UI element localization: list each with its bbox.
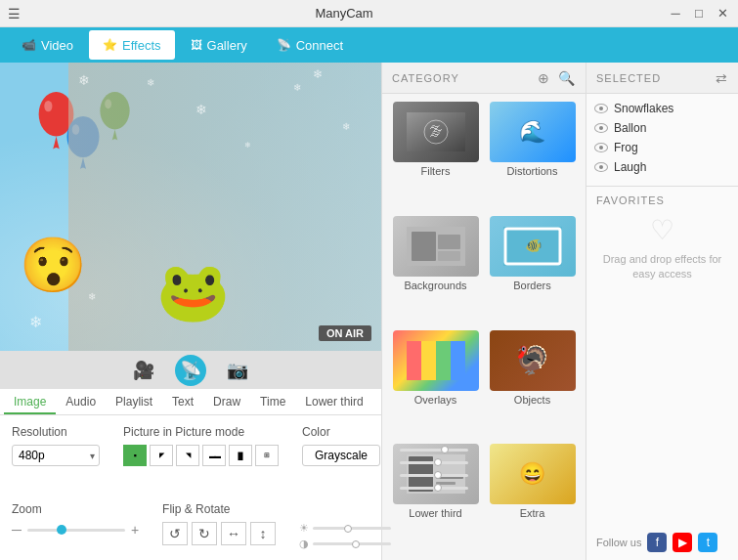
- tab-image[interactable]: Image: [4, 391, 56, 414]
- pip-grid[interactable]: ⊞: [255, 445, 279, 466]
- flip-horizontal[interactable]: ↔: [221, 522, 246, 545]
- zoom-plus-icon[interactable]: +: [131, 522, 139, 538]
- pip-buttons: ▪ ◤ ◥ ▬▬ ▐▌ ⊞: [123, 445, 279, 466]
- maximize-button[interactable]: □: [691, 6, 707, 22]
- selected-settings-icon[interactable]: ⇄: [716, 70, 728, 86]
- close-button[interactable]: ✕: [715, 6, 730, 22]
- contrast-slider-row: ◑: [299, 538, 391, 550]
- slider-red[interactable]: [400, 461, 468, 464]
- flip-left[interactable]: ↺: [162, 522, 188, 545]
- category-item-backgrounds[interactable]: Backgrounds: [390, 216, 481, 324]
- tab-video[interactable]: 📹 Video: [8, 30, 87, 60]
- category-item-filters[interactable]: 🌫 Filters: [390, 102, 481, 210]
- minimize-button[interactable]: ─: [668, 6, 683, 22]
- selected-item-snowflakes: Snowflakes: [594, 100, 730, 117]
- flip-label: Flip & Rotate: [162, 502, 276, 516]
- svg-point-1: [44, 101, 52, 111]
- category-item-extra[interactable]: 😄 Extra: [487, 444, 578, 552]
- menu-icon[interactable]: ☰: [8, 6, 21, 22]
- extra-icon: 😄: [519, 461, 545, 487]
- favorites-heart-icon: ♡: [650, 214, 674, 246]
- selected-frog-label: Frog: [614, 141, 638, 154]
- selected-item-laugh: Laugh: [594, 158, 730, 176]
- pip-split-h[interactable]: ▬▬: [202, 445, 226, 466]
- selected-item-frog: Frog: [594, 139, 730, 156]
- favorites-header-label: FAVORITES: [596, 194, 665, 206]
- app-title: ManyCam: [21, 6, 668, 21]
- tab-connect[interactable]: 📡 Connect: [263, 30, 357, 60]
- search-category-icon[interactable]: 🔍: [558, 70, 576, 86]
- contrast-icon: ◑: [299, 538, 309, 550]
- category-item-objects[interactable]: 🦃 Objects: [487, 330, 578, 439]
- broadcast-button[interactable]: 📡: [175, 355, 206, 386]
- eye-dot: [599, 126, 603, 130]
- brightness-controls: ☀ ◑: [299, 522, 391, 550]
- eye-dot: [599, 107, 603, 110]
- tab-playlist[interactable]: Playlist: [106, 391, 162, 414]
- category-item-overlays[interactable]: Overlays: [390, 330, 481, 439]
- selected-header: SELECTED ⇄: [586, 63, 738, 94]
- category-item-distortions[interactable]: 🌊 Distortions: [487, 102, 578, 210]
- overlays-label: Overlays: [414, 394, 456, 406]
- slider-multicolor[interactable]: [400, 449, 468, 452]
- brightness-slider-row: ☀: [299, 522, 391, 535]
- brightness-group: ☀ ◑: [299, 502, 391, 550]
- video-icon: 📹: [22, 38, 36, 52]
- resolution-select[interactable]: 480p 240p 720p 1080p: [12, 445, 100, 466]
- backgrounds-thumbnail-svg: [407, 227, 465, 266]
- filters-thumbnail-svg: 🌫: [407, 112, 465, 151]
- tab-text[interactable]: Text: [162, 391, 203, 414]
- tab-gallery[interactable]: 🖼 Gallery: [177, 30, 261, 60]
- facebook-icon[interactable]: f: [647, 533, 667, 552]
- resolution-label: Resolution: [12, 425, 100, 439]
- pip-topleft[interactable]: ◤: [150, 445, 173, 466]
- tab-draw[interactable]: Draw: [203, 391, 250, 414]
- tab-effects[interactable]: ⭐ Effects: [89, 30, 175, 60]
- svg-rect-12: [438, 251, 460, 261]
- snapshot-button[interactable]: 📷: [222, 355, 253, 386]
- tab-time[interactable]: Time: [250, 391, 295, 414]
- svg-rect-10: [412, 232, 436, 261]
- svg-rect-17: [421, 341, 436, 380]
- settings-panel: Resolution 480p 240p 720p 1080p Picture …: [0, 415, 381, 560]
- brightness-slider[interactable]: [313, 527, 391, 530]
- flip-right[interactable]: ↻: [192, 522, 217, 545]
- category-item-borders[interactable]: 🐠 Borders: [487, 216, 578, 324]
- zoom-slider[interactable]: [27, 529, 125, 532]
- record-button[interactable]: 🎥: [128, 355, 159, 386]
- grayscale-button[interactable]: Grayscale: [302, 445, 380, 466]
- zoom-minus-icon[interactable]: ─: [12, 522, 22, 538]
- pip-topright[interactable]: ◥: [176, 445, 199, 466]
- slider-green[interactable]: [400, 474, 468, 477]
- tab-gallery-label: Gallery: [207, 38, 247, 53]
- tab-video-label: Video: [41, 38, 73, 53]
- tab-lowerthird[interactable]: Lower third: [295, 391, 372, 414]
- gallery-icon: 🖼: [191, 38, 202, 52]
- add-category-icon[interactable]: ⊕: [538, 70, 550, 86]
- extra-label: Extra: [520, 507, 545, 519]
- contrast-slider[interactable]: [313, 542, 391, 545]
- pip-fullscreen[interactable]: ▪: [123, 445, 147, 466]
- category-header: CATEGORY ⊕ 🔍: [382, 63, 586, 94]
- flip-buttons: ↺ ↻ ↔ ↕: [162, 522, 276, 545]
- pip-split-v[interactable]: ▐▌: [229, 445, 252, 466]
- visibility-frog[interactable]: [594, 143, 608, 152]
- visibility-snowflakes[interactable]: [594, 104, 608, 113]
- tab-audio[interactable]: Audio: [56, 391, 106, 414]
- overlays-thumb: [393, 330, 479, 391]
- selected-panel: SELECTED ⇄ Snowflakes Ballon: [586, 63, 738, 560]
- visibility-ballon[interactable]: [594, 123, 608, 133]
- visibility-laugh[interactable]: [594, 162, 608, 172]
- tab-connect-label: Connect: [296, 38, 343, 53]
- selected-header-label: SELECTED: [596, 72, 661, 84]
- follow-us-row: Follow us f ▶ t: [586, 525, 738, 560]
- slider-blue[interactable]: [400, 487, 468, 490]
- selected-item-ballon: Ballon: [594, 119, 730, 137]
- flip-vertical[interactable]: ↕: [250, 522, 276, 545]
- brightness-spacer: [299, 502, 391, 518]
- twitter-icon[interactable]: t: [698, 533, 717, 552]
- youtube-icon[interactable]: ▶: [673, 533, 692, 552]
- filters-label: Filters: [421, 165, 451, 177]
- settings-row-2: Zoom ─ + Flip & Rotate ↺ ↻ ↔: [12, 502, 369, 550]
- brightness-icon: ☀: [299, 522, 309, 535]
